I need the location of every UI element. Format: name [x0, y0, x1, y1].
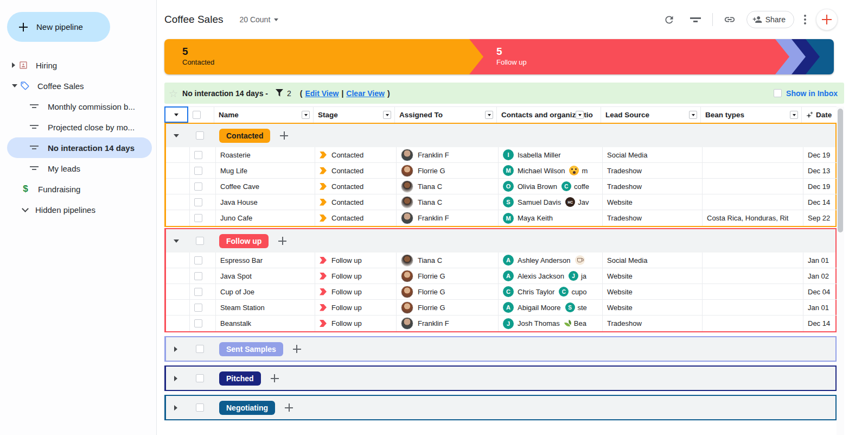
- cell-date: Dec 19: [808, 182, 830, 191]
- cell-date: Dec 14: [808, 198, 830, 206]
- vertical-scrollbar[interactable]: [837, 106, 844, 435]
- cell-bean-types: Costa Rica, Honduras, Rit: [707, 214, 788, 222]
- group-badge[interactable]: Sent Samples: [219, 342, 283, 356]
- sidebar-item-hidden-pipelines[interactable]: Hidden pipelines: [0, 199, 156, 220]
- share-button[interactable]: Share: [746, 11, 794, 28]
- group-badge[interactable]: Follow up: [219, 234, 269, 248]
- contact-badge: A: [503, 255, 514, 266]
- avatar: [401, 180, 413, 193]
- column-menu-button[interactable]: [485, 111, 493, 119]
- row-checkbox[interactable]: [194, 167, 202, 175]
- sidebar-item-coffee-sales[interactable]: Coffee Sales: [0, 75, 156, 96]
- expand-down-icon[interactable]: [12, 84, 17, 87]
- sidebar-view-my-leads[interactable]: My leads: [0, 158, 156, 179]
- table-row[interactable]: Juno Cafe Contacted Franklin F MMaya Kei…: [166, 210, 835, 226]
- group-badge[interactable]: Pitched: [219, 371, 261, 386]
- sidebar-item-hiring[interactable]: Hiring: [0, 55, 156, 75]
- column-menu-button[interactable]: [689, 111, 697, 119]
- group-checkbox[interactable]: [196, 237, 204, 245]
- more-options-button[interactable]: [804, 15, 806, 24]
- scrollbar-thumb[interactable]: [838, 109, 843, 232]
- expand-group-button[interactable]: [166, 376, 189, 381]
- expand-right-icon[interactable]: [12, 62, 15, 68]
- filter-button[interactable]: [686, 10, 705, 29]
- group-badge[interactable]: Negotiating: [219, 401, 275, 415]
- row-checkbox[interactable]: [194, 288, 202, 296]
- sidebar-item-fundraising[interactable]: $ Fundraising: [0, 179, 156, 199]
- add-row-button[interactable]: [271, 374, 279, 382]
- cell-stage: Contacted: [331, 151, 363, 159]
- column-header-contacts[interactable]: Contacts and organiztio: [497, 106, 601, 123]
- row-checkbox[interactable]: [194, 304, 202, 312]
- refresh-button[interactable]: [660, 10, 679, 29]
- add-box-button[interactable]: [816, 9, 838, 30]
- table-row[interactable]: Java House Contacted Tiana C SSamuel Dav…: [166, 194, 835, 210]
- plus-icon: [822, 15, 832, 24]
- sidebar: New pipeline Hiring Coffee Sales Monthly…: [0, 0, 157, 435]
- header-checkbox-cell[interactable]: [188, 106, 214, 123]
- collapse-group-button[interactable]: [166, 239, 189, 243]
- column-menu-button[interactable]: [790, 111, 798, 119]
- star-icon[interactable]: ☆: [169, 87, 178, 99]
- group-checkbox[interactable]: [196, 374, 204, 382]
- select-all-cell[interactable]: [164, 106, 188, 123]
- table-row[interactable]: Roasterie Contacted Franklin F IIsabella…: [166, 147, 835, 163]
- select-all-checkbox[interactable]: [193, 111, 201, 119]
- add-row-button[interactable]: [278, 237, 286, 245]
- add-row-button[interactable]: [280, 131, 288, 140]
- row-checkbox[interactable]: [194, 319, 202, 327]
- link-button[interactable]: [720, 10, 739, 29]
- sidebar-view-monthly-commission[interactable]: Monthly commission b...: [0, 96, 156, 117]
- cell-date: Jan 01: [808, 256, 829, 264]
- person-add-icon: [752, 15, 762, 24]
- expand-group-button[interactable]: [166, 405, 189, 411]
- row-checkbox[interactable]: [194, 182, 202, 191]
- sidebar-view-no-interaction[interactable]: No interaction 14 days: [7, 137, 152, 158]
- row-checkbox[interactable]: [194, 256, 202, 264]
- table-row[interactable]: Coffee Cave Contacted Tiana C OOlivia Br…: [166, 179, 835, 194]
- table-row[interactable]: Beanstalk Follow up Franklin F JJosh Tho…: [166, 316, 835, 331]
- cell-name: Mug Life: [220, 167, 247, 175]
- row-checkbox[interactable]: [194, 214, 202, 222]
- stage-chip-icon: [320, 152, 327, 159]
- column-menu-button[interactable]: [576, 111, 584, 119]
- group-header: Follow up: [166, 229, 835, 253]
- collapse-group-button[interactable]: [166, 134, 189, 137]
- table-row[interactable]: Espresso Bar Follow up Tiana C AAshley A…: [166, 253, 835, 268]
- cell-lead-source: Social Media: [607, 256, 647, 264]
- sparkle-icon: [806, 111, 813, 118]
- table-row[interactable]: Mug Life Contacted Florrie G MMichael Wi…: [166, 163, 835, 179]
- column-header-date[interactable]: Date: [802, 106, 837, 123]
- table-row[interactable]: Java Spot Follow up Florrie G AAlexis Ja…: [166, 268, 835, 284]
- show-in-inbox-checkbox[interactable]: [774, 89, 782, 97]
- clear-view-link[interactable]: Clear View: [346, 89, 385, 98]
- column-header-name[interactable]: Name: [214, 106, 314, 123]
- column-header-bean-types[interactable]: Bean types: [701, 106, 802, 123]
- leaf-icon: [564, 320, 572, 327]
- expand-group-button[interactable]: [166, 346, 189, 352]
- row-checkbox[interactable]: [194, 198, 202, 206]
- group-checkbox[interactable]: [196, 404, 204, 412]
- add-row-button[interactable]: [293, 345, 301, 353]
- new-pipeline-button[interactable]: New pipeline: [7, 12, 110, 42]
- column-header-stage[interactable]: Stage: [314, 106, 395, 123]
- group-checkbox[interactable]: [196, 345, 204, 353]
- row-checkbox[interactable]: [194, 272, 202, 280]
- group-badge[interactable]: Contacted: [219, 129, 270, 143]
- row-checkbox[interactable]: [194, 151, 202, 159]
- cell-assigned: Franklin F: [418, 319, 449, 327]
- table-row[interactable]: Cup of Joe Follow up Florrie G CChris Ta…: [166, 284, 835, 300]
- column-menu-button[interactable]: [302, 111, 310, 119]
- cell-assigned: Franklin F: [418, 214, 449, 222]
- column-menu-button[interactable]: [383, 111, 391, 119]
- count-dropdown[interactable]: 20 Count: [239, 15, 278, 24]
- column-header-assigned-to[interactable]: Assigned To: [395, 106, 497, 123]
- cell-lead-source: Tradeshow: [607, 167, 642, 175]
- column-header-lead-source[interactable]: Lead Source: [601, 106, 701, 123]
- sidebar-view-projected-close[interactable]: Projected close by mo...: [0, 117, 156, 137]
- group-checkbox[interactable]: [196, 131, 204, 140]
- add-row-button[interactable]: [285, 404, 293, 412]
- table-row[interactable]: Steam Station Follow up Florrie G AAbiga…: [166, 300, 835, 316]
- edit-view-link[interactable]: Edit View: [305, 89, 339, 98]
- table-header-row: Name Stage Assigned To Contacts and orga…: [164, 106, 837, 123]
